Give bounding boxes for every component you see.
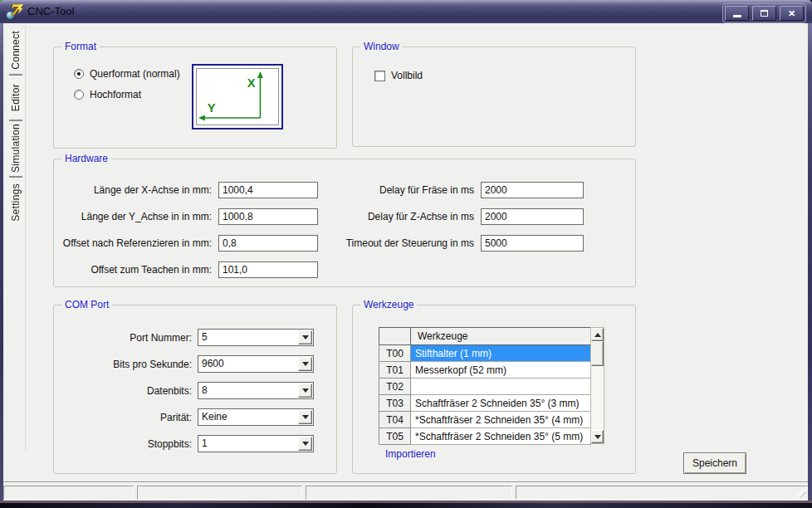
tools-table-header-cell: Werkzeuge bbox=[411, 328, 591, 345]
table-row[interactable]: T00Stifthalter (1 mm) bbox=[379, 345, 591, 362]
combo-select[interactable]: 9600 bbox=[198, 355, 314, 373]
tool-name-cell[interactable]: *Schaftfräser 2 Schneiden 35° (4 mm) bbox=[411, 412, 591, 428]
combo-label: Stoppbits: bbox=[61, 438, 198, 450]
field-row: Delay für Z-Achse in ms bbox=[303, 208, 584, 225]
text-input[interactable] bbox=[218, 261, 318, 278]
maximize-button[interactable] bbox=[752, 6, 776, 21]
radio-option[interactable]: Hochformat bbox=[74, 88, 180, 101]
table-row[interactable]: T01Messerkopf (52 mm) bbox=[379, 362, 591, 379]
radio-option[interactable]: Querformat (normal) bbox=[74, 67, 180, 81]
combo-dropdown-button[interactable] bbox=[298, 330, 312, 344]
hardware-fields-right: Delay für Fräse in msDelay für Z-Achse i… bbox=[303, 182, 584, 252]
hardware-fields-left: Länge der X-Achse in mm:Länge der Y_Achs… bbox=[61, 182, 318, 278]
table-row[interactable]: T02 bbox=[379, 379, 591, 395]
tool-name-cell[interactable]: Messerkopf (52 mm) bbox=[411, 362, 591, 379]
tab-connect[interactable]: Connect bbox=[7, 30, 25, 70]
radio-icon[interactable] bbox=[74, 90, 84, 100]
scroll-up-button[interactable] bbox=[591, 328, 604, 341]
combo-select[interactable]: 5 bbox=[198, 329, 314, 346]
checkbox-icon[interactable] bbox=[374, 71, 385, 81]
field-label: Länge der X-Achse in mm: bbox=[61, 184, 218, 196]
tools-groupbox-title: Werkzeuge bbox=[360, 299, 417, 310]
title-bar[interactable]: 7 CNC-Tool ✕ bbox=[0, 0, 812, 23]
tab-rail-edge bbox=[25, 25, 26, 451]
tab-simulation[interactable]: Simulation bbox=[7, 125, 25, 172]
combo-selected-value: 5 bbox=[198, 330, 298, 345]
tool-name-cell[interactable] bbox=[411, 379, 591, 395]
window-groupbox-title: Window bbox=[360, 41, 403, 52]
fullscreen-checkbox-row[interactable]: Vollbild bbox=[374, 70, 423, 81]
arrow-up-icon bbox=[594, 330, 601, 337]
combo-label: Parität: bbox=[61, 412, 198, 423]
save-button[interactable]: Speichern bbox=[683, 452, 746, 474]
tool-id-cell: T02 bbox=[379, 379, 411, 395]
radio-label: Hochformat bbox=[90, 89, 141, 100]
combo-selected-value: 8 bbox=[198, 383, 298, 398]
combo-dropdown-button[interactable] bbox=[298, 357, 312, 371]
field-row: Timeout der Steuerung in ms bbox=[303, 235, 584, 252]
hardware-groupbox: Hardware Länge der X-Achse in mm:Länge d… bbox=[53, 159, 636, 287]
maximize-icon bbox=[761, 10, 768, 17]
import-link[interactable]: Importieren bbox=[385, 448, 436, 460]
combo-select[interactable]: 8 bbox=[198, 382, 314, 399]
tools-table-scrollbar[interactable] bbox=[590, 327, 604, 444]
tab-settings[interactable]: Settings bbox=[7, 182, 25, 223]
field-row: Delay für Fräse in ms bbox=[303, 182, 584, 198]
combo-label: Bits pro Sekunde: bbox=[61, 359, 198, 370]
tool-name-cell[interactable]: Stifthalter (1 mm) bbox=[411, 345, 591, 362]
text-input[interactable] bbox=[481, 235, 584, 252]
field-label: Offset zum Teachen in mm: bbox=[61, 264, 218, 276]
close-button[interactable]: ✕ bbox=[780, 6, 804, 21]
field-label: Delay für Fräse in ms bbox=[303, 184, 481, 196]
scroll-down-button[interactable] bbox=[591, 430, 604, 443]
chevron-down-icon bbox=[302, 335, 309, 343]
status-panel bbox=[516, 486, 808, 500]
tool-name-cell[interactable]: *Schaftfräser 2 Schneiden 35° (5 mm) bbox=[411, 428, 591, 445]
combo-label: Port Nummer: bbox=[61, 332, 198, 344]
app-icon-seven: 7 bbox=[9, 2, 19, 18]
field-label: Delay für Z-Achse in ms bbox=[303, 211, 481, 222]
table-row[interactable]: T04*Schaftfräser 2 Schneiden 35° (4 mm) bbox=[379, 412, 591, 428]
status-panel bbox=[306, 486, 512, 500]
combo-dropdown-button[interactable] bbox=[298, 383, 312, 398]
radio-label: Querformat (normal) bbox=[90, 68, 180, 80]
combo-dropdown-button[interactable] bbox=[298, 437, 312, 451]
tab-divider bbox=[9, 120, 22, 121]
arrow-down-icon bbox=[594, 435, 601, 442]
combo-dropdown-button[interactable] bbox=[298, 410, 312, 424]
tool-name-cell[interactable]: Schaftfräser 2 Schneiden 35° (3 mm) bbox=[411, 395, 591, 412]
field-row: Länge der Y_Achse in in mm: bbox=[61, 208, 318, 225]
combo-selected-value: Keine bbox=[198, 409, 298, 425]
app-window: 7 CNC-Tool ✕ ConnectEditorSimulationSett… bbox=[0, 0, 812, 503]
combo-select[interactable]: Keine bbox=[198, 408, 314, 426]
combo-row: Stoppbits:1 bbox=[61, 435, 314, 452]
window-title: CNC-Tool bbox=[27, 0, 74, 23]
orientation-diagram: X Y bbox=[192, 64, 283, 129]
table-row[interactable]: T05*Schaftfräser 2 Schneiden 35° (5 mm) bbox=[379, 428, 591, 445]
y-axis-label: Y bbox=[208, 101, 216, 115]
combo-select[interactable]: 1 bbox=[198, 435, 314, 452]
text-input[interactable] bbox=[481, 182, 584, 198]
resize-grip[interactable] bbox=[795, 487, 806, 498]
hardware-groupbox-title: Hardware bbox=[61, 153, 111, 164]
tool-id-cell: T03 bbox=[379, 395, 411, 412]
tool-id-cell: T04 bbox=[379, 412, 411, 428]
scrollbar-thumb[interactable] bbox=[591, 341, 604, 366]
tool-id-cell: T00 bbox=[379, 345, 411, 362]
tab-label: Connect bbox=[10, 31, 22, 70]
chevron-down-icon bbox=[302, 388, 309, 396]
combo-selected-value: 1 bbox=[198, 436, 298, 452]
tools-table-header-row: Werkzeuge bbox=[379, 328, 591, 345]
tab-editor[interactable]: Editor bbox=[7, 80, 25, 115]
status-divider-line bbox=[3, 481, 808, 483]
radio-icon[interactable] bbox=[74, 69, 84, 79]
close-icon: ✕ bbox=[788, 9, 795, 18]
minimize-button[interactable] bbox=[725, 6, 749, 21]
table-row[interactable]: T03Schaftfräser 2 Schneiden 35° (3 mm) bbox=[379, 395, 591, 412]
com-port-groupbox-title: COM Port bbox=[61, 299, 112, 310]
scrollbar-track[interactable] bbox=[591, 366, 604, 430]
window-groupbox: Window Vollbild bbox=[352, 46, 636, 147]
combo-row: Bits pro Sekunde:9600 bbox=[61, 355, 314, 373]
combo-label: Datenbits: bbox=[61, 385, 198, 397]
text-input[interactable] bbox=[481, 208, 584, 225]
